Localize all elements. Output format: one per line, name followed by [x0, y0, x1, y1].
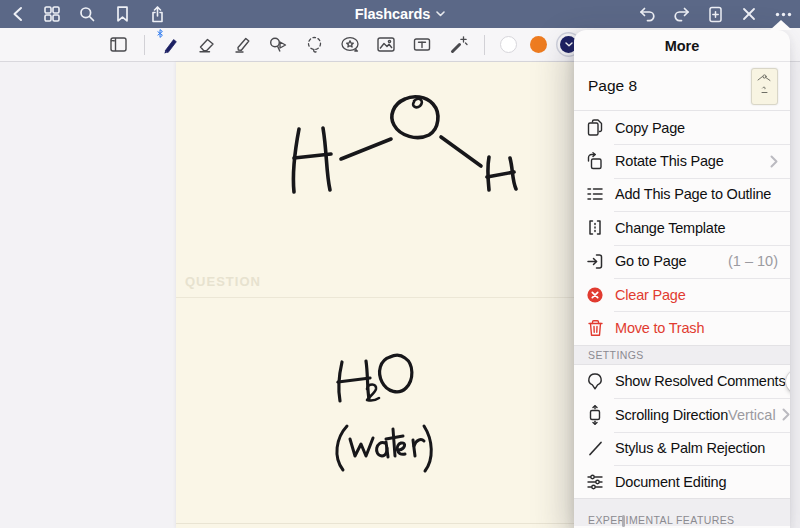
eraser-tool-button[interactable] [196, 35, 216, 55]
text-tool-button[interactable] [412, 35, 432, 55]
trash-icon [584, 317, 606, 339]
document-title-text: Flashcards [355, 6, 431, 22]
handwritten-formula [338, 355, 412, 401]
thumbnails-grid-button[interactable] [43, 5, 61, 23]
settings-section-header: SETTINGS [574, 345, 790, 365]
menu-item-move-to-trash[interactable]: Move to Trash [574, 311, 790, 344]
topbar-left-group [8, 5, 166, 23]
experimental-section-header: EXPERIMENTAL FEATURES [574, 498, 790, 526]
stylus-icon [584, 437, 606, 459]
chevron-right-icon [782, 408, 790, 421]
page-range-detail: (1 – 10) [728, 253, 778, 269]
search-button[interactable] [78, 5, 96, 23]
popover-title: More [574, 30, 790, 62]
toolbar-divider [144, 35, 145, 55]
reading-mode-button[interactable] [108, 35, 128, 55]
redo-button[interactable] [672, 5, 690, 23]
clear-page-icon [584, 284, 606, 306]
more-popover: More Page 8 Copy Page Rotate This Page A… [574, 30, 790, 528]
toggle-knob [786, 370, 790, 393]
page-thumbnail[interactable] [751, 68, 778, 105]
scrolling-direction-icon [584, 404, 606, 426]
copy-page-icon [584, 117, 606, 139]
handwritten-caption [337, 426, 431, 471]
sliders-icon [584, 471, 606, 493]
undo-button[interactable] [638, 5, 656, 23]
menu-item-copy-page[interactable]: Copy Page [574, 111, 790, 144]
menu-item-clear-page[interactable]: Clear Page [574, 278, 790, 311]
go-to-page-icon [584, 250, 606, 272]
menu-item-rotate-this-page[interactable]: Rotate This Page [574, 144, 790, 177]
topbar-right-group [638, 5, 792, 23]
color-swatch-white[interactable] [500, 36, 517, 53]
menu-item-stylus-palm-rejection[interactable]: Stylus & Palm Rejection [574, 432, 790, 465]
pen-tool-button[interactable] [160, 35, 180, 55]
menu-item-scrolling-direction[interactable]: Scrolling Direction Vertical [574, 398, 790, 431]
stickers-tool-button[interactable] [340, 35, 360, 55]
highlighter-tool-button[interactable] [232, 35, 252, 55]
add-page-button[interactable] [706, 5, 724, 23]
top-navigation-bar: Flashcards [0, 0, 800, 28]
popover-arrow [770, 20, 792, 30]
close-document-button[interactable] [740, 5, 758, 23]
laser-pointer-tool-button[interactable] [448, 35, 468, 55]
swatch-selected-chevron-icon [565, 42, 573, 47]
back-button[interactable] [8, 5, 26, 23]
scrolling-direction-value: Vertical [728, 407, 776, 423]
menu-item-document-editing[interactable]: Document Editing [574, 465, 790, 498]
page-row[interactable]: Page 8 [574, 62, 790, 111]
lasso-tool-button[interactable] [304, 35, 324, 55]
molecule-drawing [293, 97, 516, 192]
bluetooth-icon [156, 29, 164, 38]
color-swatch-orange[interactable] [530, 36, 547, 53]
show-resolved-comments-toggle-off[interactable] [785, 369, 790, 394]
chevron-right-icon [770, 155, 778, 168]
template-icon [584, 217, 606, 239]
outline-list-icon [584, 183, 606, 205]
menu-item-change-template[interactable]: Change Template [574, 211, 790, 244]
image-tool-button[interactable] [376, 35, 396, 55]
menu-item-go-to-page[interactable]: Go to Page (1 – 10) [574, 245, 790, 278]
page-number-label: Page 8 [588, 77, 751, 95]
share-button[interactable] [148, 5, 166, 23]
title-chevron-down-icon [436, 11, 445, 17]
menu-item-show-resolved-comments[interactable]: Show Resolved Comments [574, 365, 790, 398]
rotate-page-icon [584, 150, 606, 172]
comment-pin-icon [584, 370, 606, 392]
scroll-indicator [622, 515, 625, 527]
menu-item-add-page-to-outline[interactable]: Add This Page to Outline [574, 178, 790, 211]
shapes-tool-button[interactable] [268, 35, 288, 55]
toolbar-divider [484, 35, 485, 55]
bookmark-button[interactable] [113, 5, 131, 23]
